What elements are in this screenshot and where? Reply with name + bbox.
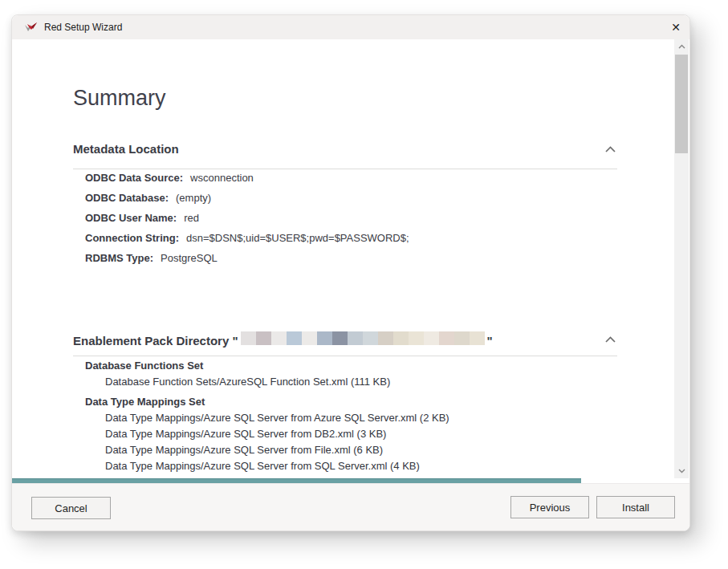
scrollbar-thumb[interactable] bbox=[675, 55, 688, 153]
file-groups: Database Functions Set Database Function… bbox=[85, 358, 631, 478]
collapse-chevron-up-icon[interactable] bbox=[603, 144, 617, 155]
window-title: Red Setup Wizard bbox=[44, 22, 122, 33]
field-odbc-data-source: ODBC Data Source:wsconnection bbox=[85, 168, 409, 188]
file-item: Data Type Mappings/Azure SQL Server from… bbox=[85, 410, 631, 426]
footer-bar: Cancel Previous Install bbox=[12, 483, 689, 530]
field-odbc-user-name: ODBC User Name:red bbox=[85, 208, 409, 228]
title-bar: Red Setup Wizard ✕ bbox=[12, 15, 689, 39]
field-value: (empty) bbox=[176, 192, 211, 204]
file-item: Data Type Mappings/Azure SQL Server from… bbox=[85, 426, 631, 442]
group-title-data-type-mappings: Data Type Mappings Set bbox=[85, 394, 631, 410]
file-item: Data Type Mappings/Azure SQL Server from… bbox=[85, 442, 631, 458]
app-logo-icon bbox=[24, 22, 38, 33]
field-label: ODBC Database: bbox=[85, 192, 169, 204]
metadata-fields: ODBC Data Source:wsconnection ODBC Datab… bbox=[85, 168, 409, 268]
field-value: dsn=$DSN$;uid=$USER$;pwd=$PASSWORD$; bbox=[186, 232, 409, 244]
field-connection-string: Connection String:dsn=$DSN$;uid=$USER$;p… bbox=[85, 228, 409, 248]
group-title-database-functions: Database Functions Set bbox=[85, 358, 631, 374]
field-rdbms-type: RDBMS Type:PostgreSQL bbox=[85, 248, 409, 268]
previous-button[interactable]: Previous bbox=[510, 496, 589, 518]
setup-wizard-window: Red Setup Wizard ✕ Summary Metadata Loca… bbox=[11, 14, 690, 531]
scroll-down-arrow-icon[interactable] bbox=[674, 465, 689, 478]
field-value: PostgreSQL bbox=[161, 252, 218, 264]
file-item: Database Function Sets/AzureSQL Function… bbox=[85, 374, 631, 390]
field-label: Connection String: bbox=[85, 232, 179, 244]
page-title: Summary bbox=[73, 86, 166, 111]
close-button[interactable]: ✕ bbox=[662, 15, 689, 39]
field-label: ODBC Data Source: bbox=[85, 172, 183, 184]
collapse-chevron-up-icon[interactable] bbox=[603, 334, 617, 345]
scroll-up-arrow-icon[interactable] bbox=[674, 40, 689, 53]
enablement-title-prefix: Enablement Pack Directory " bbox=[73, 334, 238, 347]
cancel-button[interactable]: Cancel bbox=[31, 497, 111, 519]
field-label: RDBMS Type: bbox=[85, 252, 153, 264]
section-title: Metadata Location bbox=[73, 142, 179, 156]
vertical-scrollbar[interactable] bbox=[674, 39, 689, 478]
section-header-enablement-pack: Enablement Pack Directory " " bbox=[73, 331, 617, 347]
section-title: Enablement Pack Directory " " bbox=[73, 331, 493, 347]
content-area: Summary Metadata Location ODBC Data Sour… bbox=[12, 39, 670, 478]
file-item: Data Type Mappings/Azure SQL Server from… bbox=[85, 458, 631, 474]
field-label: ODBC User Name: bbox=[85, 212, 177, 224]
install-button[interactable]: Install bbox=[596, 496, 675, 518]
field-odbc-database: ODBC Database:(empty) bbox=[85, 188, 409, 208]
section-divider bbox=[73, 356, 617, 356]
section-header-metadata-location: Metadata Location bbox=[73, 142, 617, 156]
redacted-path bbox=[241, 331, 485, 345]
field-value: wsconnection bbox=[190, 172, 254, 184]
field-value: red bbox=[184, 212, 199, 224]
enablement-title-suffix: " bbox=[487, 334, 493, 347]
